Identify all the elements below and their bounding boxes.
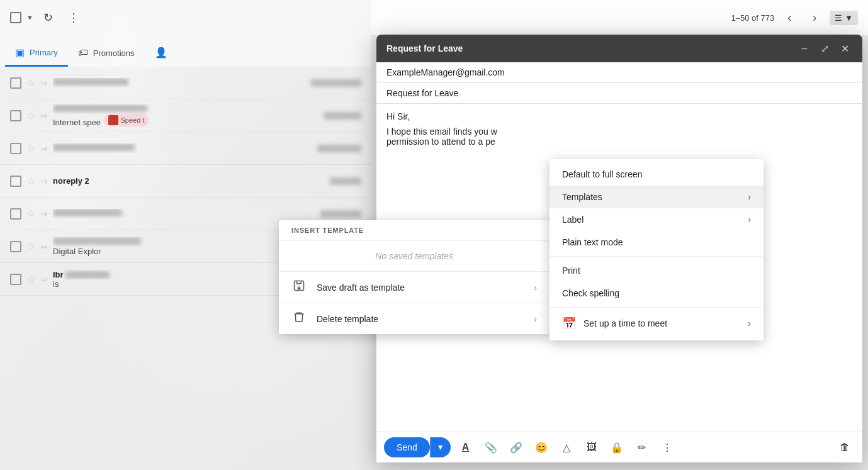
prev-page-button[interactable]: ‹: [779, 8, 799, 28]
no-templates-text: No saved templates: [279, 241, 550, 272]
sender-name: [53, 104, 318, 114]
save-draft-label: Save draft as template: [317, 283, 405, 293]
forward-icon: ⇒: [40, 143, 48, 154]
row-checkbox[interactable]: [10, 241, 21, 252]
refresh-button[interactable]: ↻: [38, 8, 59, 28]
ctx-default-fullscreen[interactable]: Default to full screen: [550, 163, 764, 186]
sender-name: noreply 2: [53, 176, 325, 186]
photo-icon: 🖼: [587, 442, 597, 453]
density-dropdown-arrow: ▼: [845, 13, 853, 23]
delete-template-left: Delete template: [291, 311, 378, 327]
email-row[interactable]: ☆ ⇒: [0, 132, 371, 165]
density-button[interactable]: ☰ ▼: [830, 11, 858, 25]
email-row[interactable]: ☆ ⇒ noreply 2: [0, 165, 371, 198]
next-page-button[interactable]: ›: [804, 8, 825, 28]
insert-link-button[interactable]: 🔗: [506, 437, 526, 457]
star-icon[interactable]: ☆: [26, 142, 35, 154]
inbox-icon: ▣: [15, 47, 25, 59]
pagination-area: 1–50 of 773 ‹ › ☰ ▼: [371, 0, 868, 35]
check-spelling-label: Check spelling: [562, 288, 619, 298]
blurred-sender-partial: [65, 271, 110, 279]
templates-dropdown: INSERT TEMPLATE No saved templates Save …: [279, 220, 550, 334]
email-content: Internet spee Speed t: [53, 104, 318, 127]
blurred-sender: [53, 237, 141, 245]
templates-section-header: INSERT TEMPLATE: [279, 220, 550, 241]
save-draft-template-item[interactable]: Save draft as template ›: [279, 272, 550, 303]
select-all-checkbox[interactable]: [10, 12, 21, 23]
drive-icon: △: [563, 442, 570, 454]
star-icon[interactable]: ☆: [26, 175, 35, 187]
send-button[interactable]: Send: [384, 437, 430, 457]
tab-social[interactable]: 👤: [145, 42, 178, 67]
star-icon[interactable]: ☆: [26, 273, 35, 285]
fullscreen-button[interactable]: ⤢: [817, 41, 832, 56]
row-checkbox[interactable]: [10, 274, 21, 285]
send-dropdown-button[interactable]: ▼: [430, 437, 451, 457]
blurred-date: [320, 210, 361, 218]
signature-button[interactable]: ✏: [632, 437, 652, 457]
subject-field[interactable]: Request for Leave: [376, 83, 862, 104]
emoji-button[interactable]: 😊: [531, 437, 551, 457]
row-checkbox[interactable]: [10, 110, 21, 121]
select-dropdown-arrow[interactable]: ▼: [26, 14, 33, 21]
default-fullscreen-label: Default to full screen: [562, 169, 643, 179]
tag-thumbnail: [108, 115, 118, 125]
forward-icon: ⇒: [40, 111, 48, 121]
ctx-print[interactable]: Print: [550, 259, 764, 282]
calendar-icon: 📅: [562, 316, 576, 330]
tab-primary[interactable]: ▣ Primary: [5, 42, 68, 67]
forward-icon: ⇒: [40, 78, 48, 88]
blurred-date: [317, 145, 361, 152]
email-subject: Internet spee Speed t: [53, 114, 318, 127]
label-submenu-arrow: ›: [748, 215, 751, 225]
delete-template-arrow: ›: [534, 314, 537, 324]
discard-button[interactable]: 🗑: [835, 437, 855, 457]
row-checkbox[interactable]: [10, 77, 21, 89]
star-icon[interactable]: ☆: [26, 240, 35, 252]
email-tag: Speed t: [103, 114, 150, 126]
star-icon[interactable]: ☆: [26, 77, 35, 89]
ctx-set-up-time[interactable]: 📅 Set up a time to meet ›: [550, 310, 764, 337]
drive-button[interactable]: △: [556, 437, 577, 457]
row-checkbox[interactable]: [10, 143, 21, 154]
subject-text: Internet spee: [53, 118, 101, 127]
minimize-button[interactable]: –: [797, 41, 812, 56]
ctx-templates[interactable]: Templates ›: [550, 186, 764, 208]
save-draft-arrow: ›: [534, 283, 537, 293]
forward-icon: ⇒: [40, 242, 48, 252]
subject-field-value: Request for Leave: [386, 88, 458, 98]
more-options-button[interactable]: ⋮: [64, 8, 84, 28]
email-content: noreply 2: [53, 176, 325, 186]
templates-submenu-arrow: ›: [748, 192, 751, 202]
templates-label: Templates: [562, 192, 602, 202]
ctx-label[interactable]: Label ›: [550, 208, 764, 231]
email-row[interactable]: ☆ ⇒ Internet spee Speed t: [0, 99, 371, 132]
promotions-icon: 🏷: [78, 47, 88, 59]
body-line3: permission to attend to a pe: [386, 137, 852, 147]
sender-name: [53, 209, 315, 218]
compose-header-buttons: – ⤢ ✕: [797, 41, 852, 56]
print-label: Print: [562, 266, 580, 276]
attach-file-button[interactable]: 📎: [481, 437, 501, 457]
blurred-sender: [53, 104, 147, 112]
row-checkbox[interactable]: [10, 208, 21, 220]
ctx-plain-text[interactable]: Plain text mode: [550, 231, 764, 254]
email-content: [53, 78, 306, 87]
tab-promotions[interactable]: 🏷 Promotions: [68, 42, 145, 67]
row-checkbox[interactable]: [10, 176, 21, 187]
insert-photo-button[interactable]: 🖼: [582, 437, 602, 457]
lock-button[interactable]: 🔒: [607, 437, 627, 457]
email-row[interactable]: ☆ ⇒: [0, 67, 371, 99]
format-text-button[interactable]: A: [456, 437, 476, 457]
star-icon[interactable]: ☆: [26, 208, 35, 220]
ctx-divider-2: [550, 307, 764, 308]
delete-template-item[interactable]: Delete template ›: [279, 303, 550, 334]
pagination-text: 1–50 of 773: [731, 13, 774, 23]
more-compose-options-button[interactable]: ⋮: [657, 437, 677, 457]
close-button[interactable]: ✕: [837, 41, 852, 56]
ctx-check-spelling[interactable]: Check spelling: [550, 282, 764, 305]
star-icon[interactable]: ☆: [26, 109, 35, 121]
blurred-sender: [53, 209, 122, 216]
pen-icon: ✏: [638, 442, 646, 454]
to-field[interactable]: ExampleManager@gmail.com: [376, 62, 862, 83]
